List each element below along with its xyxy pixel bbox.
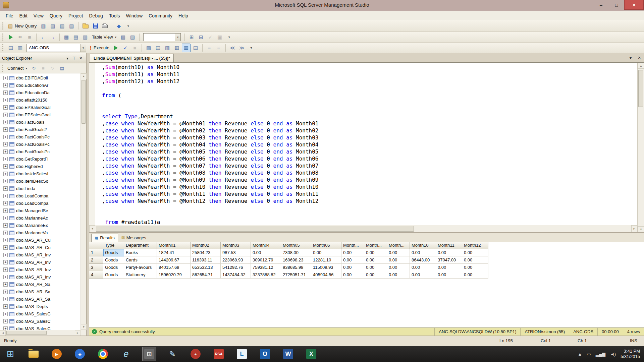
tree-item[interactable]: +dbo.MAS_AR_Cu (0, 236, 80, 244)
ssms[interactable]: ⊡ (142, 347, 156, 361)
oe-script-icon[interactable]: ▤ (58, 64, 66, 73)
tree-item[interactable]: +dbo.MAS_AR_Inv (0, 258, 80, 266)
column-header[interactable]: Month... (364, 242, 387, 249)
grid-cell[interactable]: 144209.67 (157, 256, 191, 264)
grid-cell[interactable]: 12281.10 (311, 256, 341, 264)
grid-cell[interactable]: 1437484.32 (221, 271, 251, 279)
execute-button[interactable]: !Execute (88, 44, 111, 52)
scroll-left-icon[interactable]: ◄ (89, 225, 95, 232)
column-header[interactable]: Type (103, 242, 124, 249)
tree-item[interactable]: +dbo.EBITDADoll (0, 74, 80, 81)
expand-icon[interactable]: + (3, 194, 8, 198)
outdent-icon[interactable]: ≪ (228, 44, 237, 52)
row-number-cell[interactable]: 2 (89, 256, 103, 264)
tree-item[interactable]: +dbo.MAS_AR_Inv (0, 273, 80, 281)
grid-cell[interactable]: 541292.76 (221, 264, 251, 271)
results-to-grid-icon[interactable]: ▦ (182, 44, 191, 52)
expand-icon[interactable]: + (3, 164, 8, 169)
chrome[interactable] (96, 347, 110, 361)
expand-icon[interactable]: + (3, 216, 8, 220)
touch-keyboard-icon[interactable]: ▭ (587, 352, 591, 356)
expand-icon[interactable]: + (3, 231, 8, 235)
expand-icon[interactable]: + (3, 253, 8, 257)
red-app[interactable]: ● (189, 347, 203, 361)
expand-icon[interactable]: + (3, 260, 8, 264)
new-query-button[interactable]: ▤New Query (6, 21, 38, 30)
column-header[interactable]: Month01 (157, 242, 191, 249)
taskbar-clock[interactable]: 3:41 PM 5/31/2015 (621, 349, 640, 359)
tab-messages[interactable]: ✉ Messages (118, 234, 150, 242)
tree-item[interactable]: +dbo.MAS_Depts (0, 303, 80, 310)
tree-item[interactable]: +dbo.ItemDescSo (0, 177, 80, 185)
scroll-down-icon[interactable]: ▼ (81, 324, 87, 330)
expand-icon[interactable]: + (3, 172, 8, 176)
column-header[interactable]: Month... (387, 242, 410, 249)
grid-cell[interactable]: 0.00 (364, 249, 387, 256)
expand-icon[interactable]: + (3, 304, 8, 309)
scroll-up-icon[interactable]: ▲ (638, 63, 644, 69)
show-estimated-plan-icon[interactable]: ▧ (144, 44, 153, 52)
tree-horizontal-scrollbar[interactable]: ◄ ► (0, 330, 80, 336)
tree-item[interactable]: +dbo.FactGoalsPc (0, 133, 80, 140)
column-header[interactable]: Month05 (281, 242, 311, 249)
expand-icon[interactable]: + (3, 201, 8, 205)
expand-icon[interactable]: + (3, 83, 8, 87)
scroll-thumb[interactable] (82, 80, 86, 124)
grid-cell[interactable]: 653532.13 (191, 264, 221, 271)
column-header[interactable]: Month06 (311, 242, 341, 249)
row-number-cell[interactable]: 4 (89, 271, 103, 279)
menu-item-debug[interactable]: Debug (86, 12, 106, 20)
document-tab[interactable]: Linda EQUIPMENT Split.sql - ... (55))* (90, 54, 174, 62)
grid-cell[interactable]: 0.00 (341, 249, 364, 256)
expand-icon[interactable]: + (3, 135, 8, 139)
scroll-left-icon[interactable]: ◄ (0, 330, 6, 336)
column-header[interactable]: Month12 (462, 242, 488, 249)
menu-item-file[interactable]: File (3, 12, 16, 20)
grid-cell[interactable]: 7308.00 (281, 249, 311, 256)
expand-icon[interactable]: + (3, 208, 8, 213)
tree-item[interactable]: +dbo.LoadCompa (0, 199, 80, 207)
sql-editor[interactable]: ,Sum(month10) as Month10,Sum(month11) as… (89, 63, 637, 225)
toolbar-overflow-caret-icon[interactable]: ▾ (225, 33, 233, 42)
expand-icon[interactable]: + (3, 98, 8, 102)
grid-cell[interactable]: PartyFavours (124, 264, 157, 271)
remove-group-by-icon[interactable]: ⊟ (197, 33, 205, 42)
object-explorer-tree[interactable]: +dbo.EBITDADoll+dbo.EducationAr+dbo.Educ… (0, 73, 80, 330)
grid-corner-cell[interactable] (89, 242, 103, 249)
results-pane-icon[interactable]: ▧ (119, 33, 127, 42)
editor-vertical-scrollbar[interactable]: ▲ ▼ (637, 63, 644, 232)
expand-icon[interactable]: + (3, 319, 8, 323)
grid-cell[interactable]: Goods (103, 249, 124, 256)
tree-item[interactable]: +dbo.MarianneVa (0, 229, 80, 236)
panel-splitter[interactable] (87, 53, 89, 336)
column-header[interactable]: Month04 (251, 242, 281, 249)
grid-cell[interactable]: 0.00 (364, 271, 387, 279)
grid-cell[interactable]: 0.00 (364, 264, 387, 271)
oe-filter-icon[interactable]: ▽ (48, 64, 57, 73)
tree-item[interactable]: +dbo.EducationDa (0, 89, 80, 96)
network-icon[interactable]: ▂▄▆ (596, 352, 605, 356)
grid-cell[interactable]: 0.00 (410, 271, 436, 279)
tree-item[interactable]: +dbo.InsideSalesL (0, 170, 80, 177)
toolbar-grip[interactable] (2, 22, 4, 29)
snipping-tool[interactable]: ✎ (165, 347, 179, 361)
analysis-services-dmx-query-icon[interactable]: ▤ (58, 21, 66, 30)
menu-item-window[interactable]: Window (123, 12, 146, 20)
grid-cell[interactable]: 862654.71 (191, 271, 221, 279)
excel[interactable]: X (304, 347, 318, 361)
grid-cell[interactable]: Books (124, 249, 157, 256)
media-player[interactable]: ▶ (50, 347, 64, 361)
grid-cell[interactable]: 0.00 (387, 271, 410, 279)
indent-icon[interactable]: ≫ (237, 44, 246, 52)
open-file-icon[interactable] (81, 21, 90, 30)
row-number-cell[interactable]: 1 (89, 249, 103, 256)
debug-pause-icon[interactable]: ▮▮ (16, 33, 24, 42)
grid-cell[interactable]: 309012.79 (251, 256, 281, 264)
intellisense-enabled-icon[interactable]: ▥ (163, 44, 172, 52)
grid-cell[interactable]: 25804.23 (191, 249, 221, 256)
grid-cell[interactable]: 0.00 (251, 249, 281, 256)
database-combo[interactable]: ANC-ODS▾ (26, 44, 86, 52)
close-document-icon[interactable]: ✕ (636, 55, 643, 61)
expand-icon[interactable]: + (3, 76, 8, 80)
scroll-right-icon[interactable]: ► (75, 330, 80, 336)
